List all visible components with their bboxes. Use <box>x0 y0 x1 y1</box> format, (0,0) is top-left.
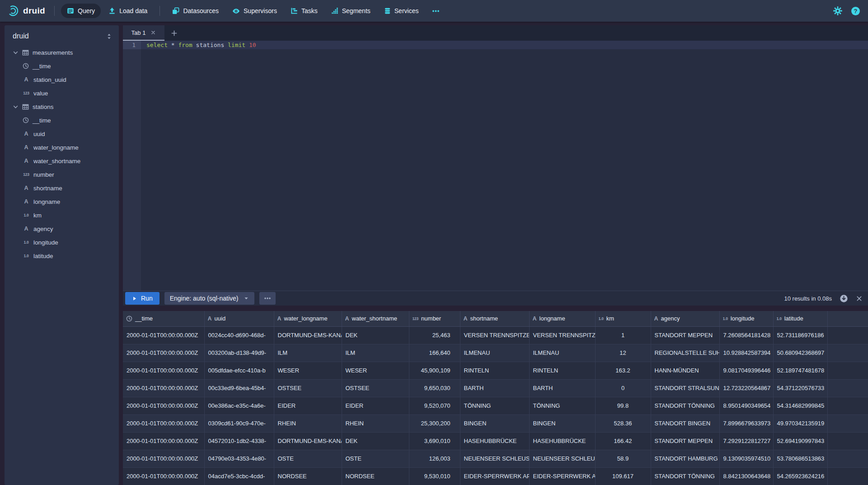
cell-longname[interactable]: TÖNNING <box>529 397 595 414</box>
cell-uuid[interactable]: 04572010-1db2-4338- <box>204 432 274 450</box>
cell-uuid[interactable]: 04acd7e5-3cbc-4cdd- <box>204 467 274 485</box>
nav-item-tasks[interactable]: Tasks <box>285 4 324 18</box>
cell-agency[interactable]: HANN-MÜNDEN <box>651 362 719 379</box>
column-header-uuid[interactable]: Auuid <box>204 311 274 326</box>
cell-longitude[interactable]: 8.9501490349654 <box>719 397 773 414</box>
cell-shortname[interactable]: ILMENAU <box>460 344 529 362</box>
cell-shortname[interactable]: BARTH <box>460 379 529 397</box>
cell-water-longname[interactable]: OSTE <box>274 450 342 467</box>
cell-water-shortname[interactable]: OSTSEE <box>342 379 409 397</box>
druid-logo[interactable]: druid <box>7 5 45 17</box>
cell-time[interactable]: 2000-01-01T00:00:00.000Z <box>123 344 204 362</box>
cell-water-longname[interactable]: NORDSEE <box>274 467 342 485</box>
tree-column-time[interactable]: __time <box>5 113 119 127</box>
cell-latitude[interactable]: 54.371220576733 <box>773 379 827 397</box>
cell-number[interactable]: 9,520,070 <box>409 397 460 414</box>
cell-agency[interactable]: STANDORT BINGEN <box>651 414 719 432</box>
tree-column-station-uuid[interactable]: Astation_uuid <box>5 73 119 86</box>
cell-km[interactable]: 12 <box>595 344 651 362</box>
cell-longname[interactable]: RINTELN <box>529 362 595 379</box>
tree-column-latitude[interactable]: 1.0latitude <box>5 249 119 263</box>
cell-uuid[interactable]: 0309cd61-90c9-470e- <box>204 414 274 432</box>
column-header-latitude[interactable]: 1.0latitude <box>773 311 827 326</box>
cell-latitude[interactable]: 52.731186976186 <box>773 326 827 344</box>
nav-item-segments[interactable]: Segments <box>325 4 376 18</box>
cell-time[interactable]: 2000-01-01T00:00:00.000Z <box>123 414 204 432</box>
sort-icon[interactable] <box>106 33 113 40</box>
cell-shortname[interactable]: TÖNNING <box>460 397 529 414</box>
tree-column-agency[interactable]: Aagency <box>5 222 119 235</box>
tree-column-time[interactable]: __time <box>5 59 119 73</box>
cell-water-shortname[interactable]: OSTE <box>342 450 409 467</box>
cell-km[interactable]: 528.36 <box>595 414 651 432</box>
cell-km[interactable]: 0 <box>595 379 651 397</box>
column-header-km[interactable]: 1.0km <box>595 311 651 326</box>
column-header-time[interactable]: __time <box>123 311 204 326</box>
download-icon[interactable] <box>840 294 848 303</box>
tree-column-number[interactable]: 123number <box>5 168 119 181</box>
tree-column-longitude[interactable]: 1.0longitude <box>5 235 119 249</box>
nav-item-services[interactable]: Services <box>378 4 425 18</box>
cell-agency[interactable]: REGIONALSTELLE SUHL <box>651 344 719 362</box>
cell-water-shortname[interactable]: EIDER <box>342 397 409 414</box>
cell-longname[interactable]: HASEHUBBRÜCKE <box>529 432 595 450</box>
nav-item-query[interactable]: Query <box>61 4 101 18</box>
cell-longitude[interactable]: 8.8421300643648 <box>719 467 773 485</box>
cell-km[interactable]: 1 <box>595 326 651 344</box>
cell-uuid[interactable]: 00e386ac-e35c-4a6e- <box>204 397 274 414</box>
cell-time[interactable]: 2000-01-01T00:00:00.000Z <box>123 379 204 397</box>
nav-item-load-data[interactable]: Load data <box>103 4 153 18</box>
query-more-button[interactable] <box>259 292 276 305</box>
cell-water-shortname[interactable]: ILM <box>342 344 409 362</box>
cell-longname[interactable]: ILMENAU <box>529 344 595 362</box>
tree-column-shortname[interactable]: Ashortname <box>5 181 119 195</box>
tree-column-km[interactable]: 1.0km <box>5 208 119 222</box>
cell-km[interactable]: 99.8 <box>595 397 651 414</box>
cell-km[interactable]: 58.9 <box>595 450 651 467</box>
cell-shortname[interactable]: RINTELN <box>460 362 529 379</box>
nav-item-supervisors[interactable]: Supervisors <box>226 4 283 18</box>
help-icon[interactable]: ? <box>851 7 860 15</box>
cell-agency[interactable]: STANDORT TÖNNING <box>651 397 719 414</box>
cell-shortname[interactable]: NEUENSEER SCHLEUSE <box>460 450 529 467</box>
sql-editor[interactable]: 1 select * from stations limit 10 <box>123 41 868 291</box>
cell-longname[interactable]: EIDER-SPERRWERK AP <box>529 467 595 485</box>
cell-water-longname[interactable]: DORTMUND-EMS-KANAL <box>274 432 342 450</box>
cell-water-longname[interactable]: ILM <box>274 344 342 362</box>
add-tab-button[interactable] <box>164 25 183 41</box>
cell-number[interactable]: 126,003 <box>409 450 460 467</box>
cell-number[interactable]: 25,300,200 <box>409 414 460 432</box>
cell-km[interactable]: 109.617 <box>595 467 651 485</box>
cell-longitude[interactable]: 9.0817049396446 <box>719 362 773 379</box>
cell-time[interactable]: 2000-01-01T00:00:00.000Z <box>123 326 204 344</box>
cell-water-shortname[interactable]: WESER <box>342 362 409 379</box>
cell-water-longname[interactable]: EIDER <box>274 397 342 414</box>
cell-time[interactable]: 2000-01-01T00:00:00.000Z <box>123 432 204 450</box>
column-header-water-longname[interactable]: Awater_longname <box>274 311 342 326</box>
cell-uuid[interactable]: 0024cc40-d690-468d- <box>204 326 274 344</box>
cell-latitude[interactable]: 49.970342135919 <box>773 414 827 432</box>
tree-table-stations[interactable]: stations <box>5 100 119 113</box>
cell-agency[interactable]: STANDORT HAMBURG <box>651 450 719 467</box>
cell-latitude[interactable]: 52.694190997843 <box>773 432 827 450</box>
column-header-agency[interactable]: Aagency <box>651 311 719 326</box>
cell-number[interactable]: 3,690,010 <box>409 432 460 450</box>
cell-water-shortname[interactable]: NORDSEE <box>342 467 409 485</box>
nav-item-datasources[interactable]: Datasources <box>166 4 225 18</box>
cell-longname[interactable]: BINGEN <box>529 414 595 432</box>
cell-water-longname[interactable]: RHEIN <box>274 414 342 432</box>
cell-shortname[interactable]: VERSEN TRENNSPITZE <box>460 326 529 344</box>
tree-column-value[interactable]: 123value <box>5 86 119 100</box>
column-header-water-shortname[interactable]: Awater_shortname <box>342 311 409 326</box>
engine-select[interactable]: Engine: auto (sql-native) <box>164 292 255 305</box>
cell-shortname[interactable]: HASEHUBBRÜCKE <box>460 432 529 450</box>
cell-agency[interactable]: STANDORT STRALSUND <box>651 379 719 397</box>
cell-time[interactable]: 2000-01-01T00:00:00.000Z <box>123 467 204 485</box>
cell-uuid[interactable]: 005dfdae-efcc-410a-b <box>204 362 274 379</box>
close-results-icon[interactable] <box>856 295 863 302</box>
cell-water-shortname[interactable]: RHEIN <box>342 414 409 432</box>
column-header-shortname[interactable]: Ashortname <box>460 311 529 326</box>
cell-longitude[interactable]: 10.928842587394 <box>719 344 773 362</box>
cell-uuid[interactable]: 00c33ed9-6bea-45b4- <box>204 379 274 397</box>
cell-shortname[interactable]: EIDER-SPERRWERK AP <box>460 467 529 485</box>
